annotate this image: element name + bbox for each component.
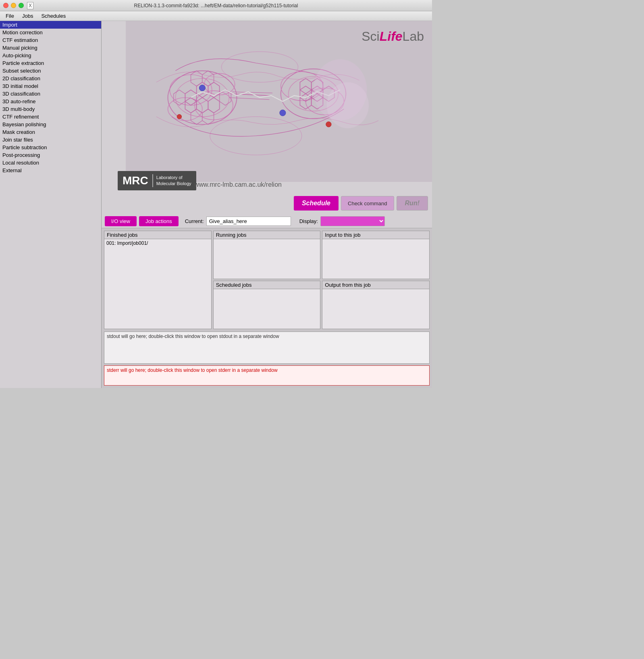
job-type-auto-picking[interactable]: Auto-picking <box>0 52 101 59</box>
finished-jobs-body[interactable]: 001: Import/job001/ <box>104 239 212 329</box>
tab-bar: I/O view Job actions Current: Display: <box>102 215 432 228</box>
mol-visualization <box>126 21 432 194</box>
output-from-job-body[interactable] <box>322 289 430 329</box>
job-type-2d-classification[interactable]: 2D classification <box>0 75 101 82</box>
job-type-post-processing[interactable]: Post-processing <box>0 151 101 159</box>
job-type-particle-extraction[interactable]: Particle extraction <box>0 59 101 67</box>
finished-jobs-section: Finished jobs 001: Import/job001/ <box>104 231 212 329</box>
job-type-subset-selection[interactable]: Subset selection <box>0 67 101 75</box>
schedule-button[interactable]: Schedule <box>294 196 339 211</box>
svg-point-38 <box>177 115 181 119</box>
svg-rect-0 <box>126 21 432 182</box>
bottom-area: stdout will go here; double-click this w… <box>102 332 432 388</box>
job-type-join-star-files[interactable]: Join star files <box>0 136 101 144</box>
mrc-full-name: Laboratory of Molecular Biology <box>156 175 191 187</box>
jobs-column-middle: Running jobs Scheduled jobs <box>213 231 321 329</box>
finished-job-entry[interactable]: 001: Import/job001/ <box>105 240 210 246</box>
svg-point-40 <box>327 82 369 128</box>
io-view-tab[interactable]: I/O view <box>105 216 137 226</box>
output-from-job-header: Output from this job <box>322 281 430 289</box>
job-type-local-resolution[interactable]: Local resolution <box>0 159 101 167</box>
job-type-external[interactable]: External <box>0 167 101 174</box>
scilife-logo: SciLifeLab <box>361 29 424 44</box>
output-from-job-section: Output from this job <box>322 281 430 329</box>
job-type-manual-picking[interactable]: Manual picking <box>0 44 101 52</box>
job-type-ctf-refinement[interactable]: CTF refinement <box>0 113 101 121</box>
run-button[interactable]: Run! <box>397 196 428 211</box>
check-command-button[interactable]: Check command <box>341 196 394 211</box>
current-label: Current: <box>185 218 204 224</box>
svg-point-37 <box>326 122 331 127</box>
job-type-3d-initial-model[interactable]: 3D initial model <box>0 82 101 90</box>
job-type-particle-subtraction[interactable]: Particle subtraction <box>0 144 101 151</box>
window-title: RELION-3.1.3-commit-fa923d: ...heft/EM-d… <box>134 3 298 8</box>
input-to-job-section: Input to this job <box>322 231 430 279</box>
svg-point-36 <box>280 110 286 116</box>
jobs-area: Finished jobs 001: Import/job001/ Runnin… <box>102 228 432 332</box>
stdout-panel[interactable]: stdout will go here; double-click this w… <box>104 332 430 364</box>
job-type-bayesian-polishing[interactable]: Bayesian polishing <box>0 121 101 128</box>
job-type-motion-correction[interactable]: Motion correction <box>0 29 101 36</box>
menu-jobs[interactable]: Jobs <box>18 12 37 20</box>
running-jobs-body[interactable] <box>213 239 321 279</box>
scheduled-jobs-section: Scheduled jobs <box>213 281 321 329</box>
job-type-3d-auto-refine[interactable]: 3D auto-refine <box>0 98 101 105</box>
job-type-ctf-estimation[interactable]: CTF estimation <box>0 36 101 44</box>
titlebar: X RELION-3.1.3-commit-fa923d: ...heft/EM… <box>0 0 432 11</box>
job-type-3d-multi-body[interactable]: 3D multi-body <box>0 105 101 113</box>
mrc-acronym: MRC <box>123 174 153 187</box>
svg-point-35 <box>199 85 205 91</box>
minimize-button[interactable] <box>11 3 16 8</box>
input-to-job-header: Input to this job <box>322 231 430 239</box>
mrc-logo: MRC Laboratory of Molecular Biology <box>118 171 196 190</box>
job-type-mask-creation[interactable]: Mask creation <box>0 128 101 136</box>
input-to-job-body[interactable] <box>322 239 430 279</box>
running-jobs-section: Running jobs <box>213 231 321 279</box>
job-type-import[interactable]: Import <box>0 21 101 29</box>
stderr-panel[interactable]: stderr will go here; double-click this w… <box>104 365 430 386</box>
scheduled-jobs-header: Scheduled jobs <box>213 281 321 289</box>
job-type-list: Import Motion correction CTF estimation … <box>0 21 102 388</box>
menubar: File Jobs Schedules <box>0 11 432 21</box>
menu-schedules[interactable]: Schedules <box>37 12 70 20</box>
display-select[interactable] <box>320 216 385 226</box>
job-type-3d-classification[interactable]: 3D classification <box>0 90 101 98</box>
display-label: Display: <box>299 218 318 224</box>
job-actions-tab[interactable]: Job actions <box>139 216 179 226</box>
current-input[interactable] <box>206 217 291 226</box>
running-jobs-header: Running jobs <box>213 231 321 239</box>
jobs-column-left: Finished jobs 001: Import/job001/ <box>104 231 212 329</box>
maximize-button[interactable] <box>19 3 24 8</box>
finished-jobs-header: Finished jobs <box>104 231 212 239</box>
menu-file[interactable]: File <box>2 12 18 20</box>
preview-area: SciLifeLab MRC Laboratory of Molecular B… <box>102 21 432 215</box>
right-panel: SciLifeLab MRC Laboratory of Molecular B… <box>102 21 432 388</box>
jobs-column-right: Input to this job Output from this job <box>322 231 430 329</box>
window-controls[interactable] <box>3 3 24 8</box>
app-icon: X <box>27 2 33 9</box>
action-buttons: Schedule Check command Run! <box>294 196 428 211</box>
scheduled-jobs-body[interactable] <box>213 289 321 329</box>
mrc-url: www.mrc-lmb.cam.ac.uk/relion <box>194 181 282 188</box>
main-content: Import Motion correction CTF estimation … <box>0 21 432 388</box>
close-button[interactable] <box>3 3 8 8</box>
